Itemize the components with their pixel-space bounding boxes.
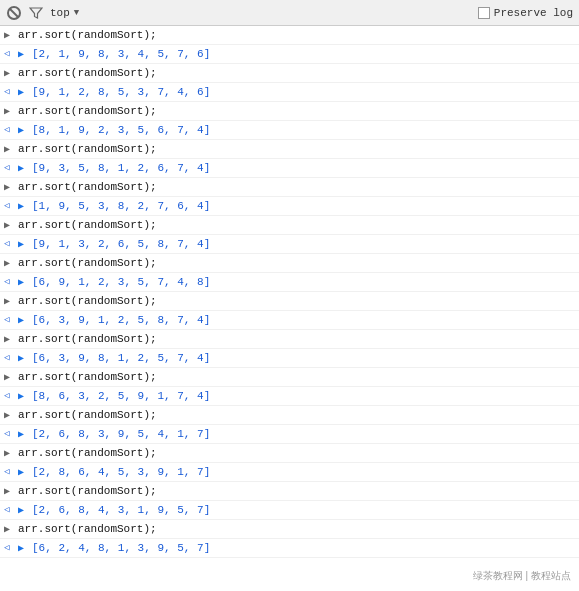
array-content: [2, 6, 8, 3, 9, 5, 4, 1, 7]	[32, 426, 579, 442]
array-content: [1, 9, 5, 3, 8, 2, 7, 6, 4]	[32, 198, 579, 214]
expand-arrow[interactable]: ▶	[4, 483, 18, 497]
preserve-log-container: Preserve log	[478, 7, 573, 19]
filter-icon[interactable]	[28, 5, 44, 21]
array-icon: ◁	[4, 46, 18, 59]
array-expand-arrow[interactable]: ▶	[18, 122, 32, 136]
array-expand-arrow[interactable]: ▶	[18, 388, 32, 402]
console-row[interactable]: ▶arr.sort(randomSort);	[0, 254, 579, 273]
console-row[interactable]: ◁▶[9, 1, 2, 8, 5, 3, 7, 4, 6]	[0, 83, 579, 102]
console-text: arr.sort(randomSort);	[18, 407, 579, 423]
console-row[interactable]: ▶arr.sort(randomSort);	[0, 330, 579, 349]
array-content: [9, 1, 2, 8, 5, 3, 7, 4, 6]	[32, 84, 579, 100]
array-icon: ◁	[4, 388, 18, 401]
svg-line-1	[10, 9, 18, 17]
array-expand-arrow[interactable]: ▶	[18, 46, 32, 60]
expand-arrow[interactable]: ▶	[4, 141, 18, 155]
array-expand-arrow[interactable]: ▶	[18, 540, 32, 554]
context-selector[interactable]: top ▼	[50, 7, 472, 19]
array-content: [8, 6, 3, 2, 5, 9, 1, 7, 4]	[32, 388, 579, 404]
array-expand-arrow[interactable]: ▶	[18, 312, 32, 326]
no-icon[interactable]	[6, 5, 22, 21]
expand-arrow[interactable]: ▶	[4, 407, 18, 421]
context-label: top	[50, 7, 70, 19]
toolbar: top ▼ Preserve log	[0, 0, 579, 26]
array-expand-arrow[interactable]: ▶	[18, 502, 32, 516]
array-content: [9, 3, 5, 8, 1, 2, 6, 7, 4]	[32, 160, 579, 176]
console-row[interactable]: ◁▶[2, 8, 6, 4, 5, 3, 9, 1, 7]	[0, 463, 579, 482]
array-expand-arrow[interactable]: ▶	[18, 198, 32, 212]
console-row[interactable]: ◁▶[6, 9, 1, 2, 3, 5, 7, 4, 8]	[0, 273, 579, 292]
array-content: [2, 6, 8, 4, 3, 1, 9, 5, 7]	[32, 502, 579, 518]
expand-arrow[interactable]: ▶	[4, 255, 18, 269]
console-row[interactable]: ▶arr.sort(randomSort);	[0, 102, 579, 121]
console-row[interactable]: ▶arr.sort(randomSort);	[0, 26, 579, 45]
console-row[interactable]: ▶arr.sort(randomSort);	[0, 178, 579, 197]
expand-arrow[interactable]: ▶	[4, 445, 18, 459]
console-row[interactable]: ◁▶[2, 6, 8, 3, 9, 5, 4, 1, 7]	[0, 425, 579, 444]
array-expand-arrow[interactable]: ▶	[18, 350, 32, 364]
expand-arrow[interactable]: ▶	[4, 179, 18, 193]
console-row[interactable]: ◁▶[8, 6, 3, 2, 5, 9, 1, 7, 4]	[0, 387, 579, 406]
array-icon: ◁	[4, 160, 18, 173]
console-row[interactable]: ▶arr.sort(randomSort);	[0, 140, 579, 159]
expand-arrow[interactable]: ▶	[4, 217, 18, 231]
array-content: [9, 1, 3, 2, 6, 5, 8, 7, 4]	[32, 236, 579, 252]
console-row[interactable]: ▶arr.sort(randomSort);	[0, 216, 579, 235]
console-text: arr.sort(randomSort);	[18, 255, 579, 271]
array-expand-arrow[interactable]: ▶	[18, 426, 32, 440]
array-expand-arrow[interactable]: ▶	[18, 274, 32, 288]
console-row[interactable]: ▶arr.sort(randomSort);	[0, 444, 579, 463]
console-text: arr.sort(randomSort);	[18, 103, 579, 119]
console-text: arr.sort(randomSort);	[18, 141, 579, 157]
array-content: [6, 3, 9, 1, 2, 5, 8, 7, 4]	[32, 312, 579, 328]
expand-arrow[interactable]: ▶	[4, 521, 18, 535]
array-expand-arrow[interactable]: ▶	[18, 236, 32, 250]
console-row[interactable]: ▶arr.sort(randomSort);	[0, 292, 579, 311]
console-row[interactable]: ◁▶[2, 6, 8, 4, 3, 1, 9, 5, 7]	[0, 501, 579, 520]
array-icon: ◁	[4, 198, 18, 211]
console-row[interactable]: ◁▶[9, 1, 3, 2, 6, 5, 8, 7, 4]	[0, 235, 579, 254]
array-icon: ◁	[4, 502, 18, 515]
expand-arrow[interactable]: ▶	[4, 331, 18, 345]
array-content: [6, 9, 1, 2, 3, 5, 7, 4, 8]	[32, 274, 579, 290]
expand-arrow[interactable]: ▶	[4, 103, 18, 117]
console-row[interactable]: ◁▶[6, 3, 9, 8, 1, 2, 5, 7, 4]	[0, 349, 579, 368]
console-row[interactable]: ◁▶[2, 1, 9, 8, 3, 4, 5, 7, 6]	[0, 45, 579, 64]
array-icon: ◁	[4, 122, 18, 135]
console-text: arr.sort(randomSort);	[18, 293, 579, 309]
console-text: arr.sort(randomSort);	[18, 65, 579, 81]
console-row[interactable]: ◁▶[8, 1, 9, 2, 3, 5, 6, 7, 4]	[0, 121, 579, 140]
dropdown-arrow-icon: ▼	[74, 8, 79, 18]
console-text: arr.sort(randomSort);	[18, 369, 579, 385]
array-icon: ◁	[4, 464, 18, 477]
preserve-log-checkbox[interactable]	[478, 7, 490, 19]
array-expand-arrow[interactable]: ▶	[18, 464, 32, 478]
expand-arrow[interactable]: ▶	[4, 293, 18, 307]
console-row[interactable]: ▶arr.sort(randomSort);	[0, 482, 579, 501]
console-row[interactable]: ◁▶[1, 9, 5, 3, 8, 2, 7, 6, 4]	[0, 197, 579, 216]
array-icon: ◁	[4, 236, 18, 249]
array-content: [2, 1, 9, 8, 3, 4, 5, 7, 6]	[32, 46, 579, 62]
console-row[interactable]: ◁▶[9, 3, 5, 8, 1, 2, 6, 7, 4]	[0, 159, 579, 178]
console-text: arr.sort(randomSort);	[18, 483, 579, 499]
expand-arrow[interactable]: ▶	[4, 65, 18, 79]
expand-arrow[interactable]: ▶	[4, 27, 18, 41]
array-icon: ◁	[4, 84, 18, 97]
array-content: [2, 8, 6, 4, 5, 3, 9, 1, 7]	[32, 464, 579, 480]
array-icon: ◁	[4, 274, 18, 287]
console-text: arr.sort(randomSort);	[18, 179, 579, 195]
array-content: [6, 3, 9, 8, 1, 2, 5, 7, 4]	[32, 350, 579, 366]
console-row[interactable]: ▶arr.sort(randomSort);	[0, 520, 579, 539]
console-row[interactable]: ▶arr.sort(randomSort);	[0, 64, 579, 83]
console-row[interactable]: ▶arr.sort(randomSort);	[0, 368, 579, 387]
console-text: arr.sort(randomSort);	[18, 217, 579, 233]
array-content: [8, 1, 9, 2, 3, 5, 6, 7, 4]	[32, 122, 579, 138]
console-row[interactable]: ▶arr.sort(randomSort);	[0, 406, 579, 425]
console-row[interactable]: ◁▶[6, 3, 9, 1, 2, 5, 8, 7, 4]	[0, 311, 579, 330]
console-text: arr.sort(randomSort);	[18, 331, 579, 347]
console-row[interactable]: ◁▶[6, 2, 4, 8, 1, 3, 9, 5, 7]	[0, 539, 579, 558]
expand-arrow[interactable]: ▶	[4, 369, 18, 383]
array-expand-arrow[interactable]: ▶	[18, 160, 32, 174]
array-icon: ◁	[4, 426, 18, 439]
array-expand-arrow[interactable]: ▶	[18, 84, 32, 98]
